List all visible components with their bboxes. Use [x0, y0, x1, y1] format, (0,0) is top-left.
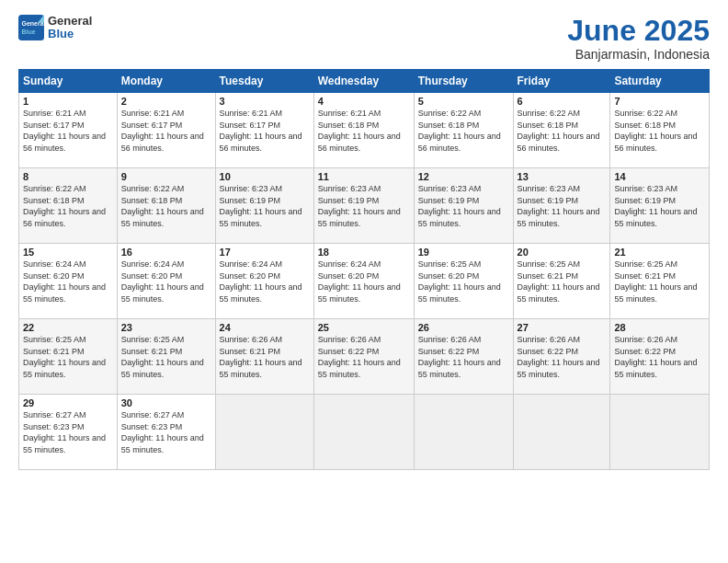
day-info: Sunrise: 6:22 AMSunset: 6:18 PMDaylight:… — [121, 183, 211, 229]
day-number: 22 — [23, 322, 113, 333]
day-info: Sunrise: 6:23 AMSunset: 6:19 PMDaylight:… — [418, 183, 509, 229]
calendar-cell: 25Sunrise: 6:26 AMSunset: 6:22 PMDayligh… — [313, 319, 414, 395]
day-info: Sunrise: 6:25 AMSunset: 6:21 PMDaylight:… — [121, 334, 211, 380]
day-info: Sunrise: 6:26 AMSunset: 6:22 PMDaylight:… — [418, 334, 509, 380]
day-number: 11 — [318, 171, 410, 182]
day-info: Sunrise: 6:22 AMSunset: 6:18 PMDaylight:… — [23, 183, 113, 229]
calendar-cell: 13Sunrise: 6:23 AMSunset: 6:19 PMDayligh… — [513, 168, 610, 244]
day-info: Sunrise: 6:26 AMSunset: 6:22 PMDaylight:… — [318, 334, 410, 380]
calendar-cell: 19Sunrise: 6:25 AMSunset: 6:20 PMDayligh… — [414, 244, 513, 319]
day-number: 17 — [220, 247, 310, 258]
logo-icon: General Blue — [18, 15, 44, 40]
day-number: 6 — [518, 96, 607, 107]
day-number: 1 — [23, 96, 113, 107]
day-info: Sunrise: 6:25 AMSunset: 6:21 PMDaylight:… — [23, 334, 113, 380]
day-number: 4 — [318, 96, 410, 107]
calendar-cell — [610, 395, 710, 470]
calendar-cell: 4Sunrise: 6:21 AMSunset: 6:18 PMDaylight… — [313, 93, 414, 168]
calendar-cell — [414, 395, 513, 470]
day-number: 3 — [220, 96, 310, 107]
calendar-cell: 9Sunrise: 6:22 AMSunset: 6:18 PMDaylight… — [117, 168, 215, 244]
day-info: Sunrise: 6:22 AMSunset: 6:18 PMDaylight:… — [614, 108, 705, 154]
calendar-cell: 15Sunrise: 6:24 AMSunset: 6:20 PMDayligh… — [19, 244, 118, 319]
calendar-cell: 6Sunrise: 6:22 AMSunset: 6:18 PMDaylight… — [513, 93, 610, 168]
calendar-cell — [513, 395, 610, 470]
logo-blue: Blue — [48, 27, 74, 40]
day-info: Sunrise: 6:24 AMSunset: 6:20 PMDaylight:… — [220, 259, 310, 304]
calendar-cell: 30Sunrise: 6:27 AMSunset: 6:23 PMDayligh… — [117, 395, 215, 470]
calendar-cell: 26Sunrise: 6:26 AMSunset: 6:22 PMDayligh… — [414, 319, 513, 395]
day-number: 24 — [220, 322, 310, 333]
calendar-cell: 27Sunrise: 6:26 AMSunset: 6:22 PMDayligh… — [513, 319, 610, 395]
calendar-cell: 1Sunrise: 6:21 AMSunset: 6:17 PMDaylight… — [19, 93, 118, 168]
col-thursday: Thursday — [414, 70, 513, 93]
day-number: 21 — [614, 247, 705, 258]
day-number: 30 — [121, 397, 211, 408]
calendar-cell: 5Sunrise: 6:22 AMSunset: 6:18 PMDaylight… — [414, 93, 513, 168]
day-info: Sunrise: 6:26 AMSunset: 6:22 PMDaylight:… — [614, 334, 705, 380]
col-saturday: Saturday — [610, 70, 710, 93]
calendar-cell — [313, 395, 414, 470]
col-monday: Monday — [117, 70, 215, 93]
calendar-cell: 2Sunrise: 6:21 AMSunset: 6:17 PMDaylight… — [117, 93, 215, 168]
svg-text:Blue: Blue — [22, 29, 36, 35]
day-number: 13 — [518, 171, 607, 182]
col-tuesday: Tuesday — [215, 70, 313, 93]
calendar-cell: 16Sunrise: 6:24 AMSunset: 6:20 PMDayligh… — [117, 244, 215, 319]
calendar-cell: 29Sunrise: 6:27 AMSunset: 6:23 PMDayligh… — [19, 395, 118, 470]
calendar-week-3: 15Sunrise: 6:24 AMSunset: 6:20 PMDayligh… — [19, 244, 710, 319]
col-wednesday: Wednesday — [313, 70, 414, 93]
day-number: 25 — [318, 322, 410, 333]
location: Banjarmasin, Indonesia — [567, 47, 710, 62]
calendar-cell: 20Sunrise: 6:25 AMSunset: 6:21 PMDayligh… — [513, 244, 610, 319]
day-info: Sunrise: 6:26 AMSunset: 6:21 PMDaylight:… — [220, 334, 310, 380]
day-number: 15 — [23, 247, 113, 258]
day-info: Sunrise: 6:21 AMSunset: 6:17 PMDaylight:… — [121, 108, 211, 154]
day-info: Sunrise: 6:25 AMSunset: 6:21 PMDaylight:… — [614, 259, 705, 304]
day-number: 26 — [418, 322, 509, 333]
calendar-cell: 23Sunrise: 6:25 AMSunset: 6:21 PMDayligh… — [117, 319, 215, 395]
day-info: Sunrise: 6:23 AMSunset: 6:19 PMDaylight:… — [518, 183, 607, 229]
day-number: 14 — [614, 171, 705, 182]
day-info: Sunrise: 6:23 AMSunset: 6:19 PMDaylight:… — [220, 183, 310, 229]
day-info: Sunrise: 6:24 AMSunset: 6:20 PMDaylight:… — [318, 259, 410, 304]
day-number: 8 — [23, 171, 113, 182]
calendar-cell: 8Sunrise: 6:22 AMSunset: 6:18 PMDaylight… — [19, 168, 118, 244]
logo-general: General — [48, 14, 92, 28]
day-info: Sunrise: 6:23 AMSunset: 6:19 PMDaylight:… — [318, 183, 410, 229]
day-info: Sunrise: 6:25 AMSunset: 6:20 PMDaylight:… — [418, 259, 509, 304]
day-number: 10 — [220, 171, 310, 182]
calendar-cell: 28Sunrise: 6:26 AMSunset: 6:22 PMDayligh… — [610, 319, 710, 395]
day-number: 7 — [614, 96, 705, 107]
day-number: 20 — [518, 247, 607, 258]
day-number: 29 — [23, 397, 113, 408]
day-info: Sunrise: 6:23 AMSunset: 6:19 PMDaylight:… — [614, 183, 705, 229]
calendar-cell: 18Sunrise: 6:24 AMSunset: 6:20 PMDayligh… — [313, 244, 414, 319]
day-info: Sunrise: 6:21 AMSunset: 6:18 PMDaylight:… — [318, 108, 410, 154]
day-number: 19 — [418, 247, 509, 258]
calendar-table: Sunday Monday Tuesday Wednesday Thursday… — [18, 69, 710, 470]
calendar-cell: 22Sunrise: 6:25 AMSunset: 6:21 PMDayligh… — [19, 319, 118, 395]
day-info: Sunrise: 6:21 AMSunset: 6:17 PMDaylight:… — [220, 108, 310, 154]
day-info: Sunrise: 6:27 AMSunset: 6:23 PMDaylight:… — [23, 409, 113, 455]
svg-rect-0 — [18, 15, 44, 40]
calendar-cell — [215, 395, 313, 470]
day-number: 27 — [518, 322, 607, 333]
calendar-week-1: 1Sunrise: 6:21 AMSunset: 6:17 PMDaylight… — [19, 93, 710, 168]
calendar-cell: 11Sunrise: 6:23 AMSunset: 6:19 PMDayligh… — [313, 168, 414, 244]
col-friday: Friday — [513, 70, 610, 93]
day-info: Sunrise: 6:22 AMSunset: 6:18 PMDaylight:… — [518, 108, 607, 154]
day-number: 2 — [121, 96, 211, 107]
day-info: Sunrise: 6:24 AMSunset: 6:20 PMDaylight:… — [121, 259, 211, 304]
calendar-week-4: 22Sunrise: 6:25 AMSunset: 6:21 PMDayligh… — [19, 319, 710, 395]
calendar-week-5: 29Sunrise: 6:27 AMSunset: 6:23 PMDayligh… — [19, 395, 710, 470]
title-area: June 2025 Banjarmasin, Indonesia — [567, 15, 710, 62]
calendar-cell: 3Sunrise: 6:21 AMSunset: 6:17 PMDaylight… — [215, 93, 313, 168]
calendar-cell: 10Sunrise: 6:23 AMSunset: 6:19 PMDayligh… — [215, 168, 313, 244]
calendar-cell: 14Sunrise: 6:23 AMSunset: 6:19 PMDayligh… — [610, 168, 710, 244]
calendar-cell: 21Sunrise: 6:25 AMSunset: 6:21 PMDayligh… — [610, 244, 710, 319]
logo: General Blue General Blue — [18, 15, 92, 41]
day-number: 28 — [614, 322, 705, 333]
day-number: 5 — [418, 96, 509, 107]
calendar-cell: 12Sunrise: 6:23 AMSunset: 6:19 PMDayligh… — [414, 168, 513, 244]
